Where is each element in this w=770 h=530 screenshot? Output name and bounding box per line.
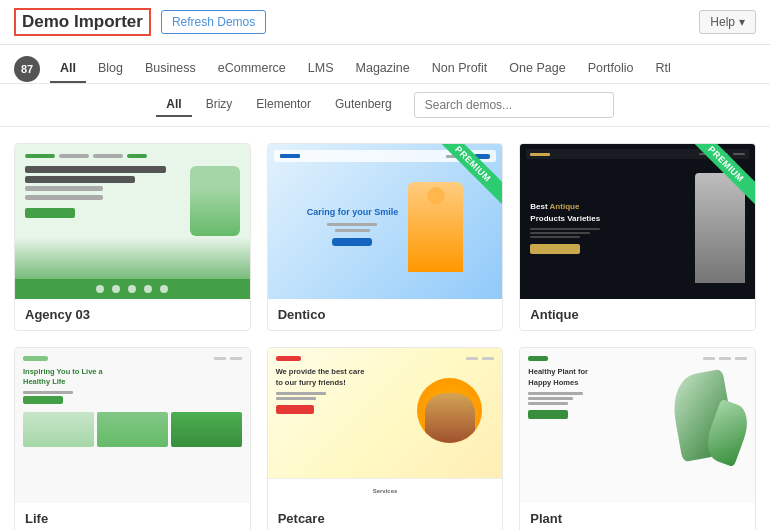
cat-tab-lms[interactable]: LMS bbox=[298, 55, 344, 83]
mock-figure bbox=[190, 166, 240, 236]
category-bar: 87 All Blog Business eCommerce LMS Magaz… bbox=[0, 45, 770, 84]
top-bar-left: Demo Importer Refresh Demos bbox=[14, 8, 266, 36]
logo bbox=[276, 356, 301, 361]
cat-tab-all[interactable]: All bbox=[50, 55, 86, 83]
help-button[interactable]: Help ▾ bbox=[699, 10, 756, 34]
mock-cta-dot bbox=[127, 154, 147, 158]
img-2 bbox=[97, 412, 168, 447]
image-grid bbox=[23, 412, 242, 447]
cat-tab-nonprofit[interactable]: Non Profit bbox=[422, 55, 498, 83]
life-headline: Inspiring You to Live aHealthy Life bbox=[23, 367, 143, 387]
demo-card-dentico[interactable]: Caring for your Smile PREMIUM Dentico bbox=[267, 143, 504, 331]
nav-link bbox=[719, 357, 731, 360]
pet-circle bbox=[417, 378, 482, 443]
hero-line bbox=[25, 186, 103, 191]
mock-nav-dot bbox=[59, 154, 89, 158]
footer-icon bbox=[128, 285, 136, 293]
sub-line bbox=[528, 392, 583, 395]
desc-line bbox=[530, 228, 600, 230]
mock-text bbox=[25, 166, 182, 218]
nav-link bbox=[482, 357, 494, 360]
cta-btn bbox=[528, 410, 568, 419]
hero-sub bbox=[327, 223, 377, 226]
mock-nav bbox=[25, 154, 240, 158]
cat-tab-onepage[interactable]: One Page bbox=[499, 55, 575, 83]
demo-thumbnail-plant: Healthy Plant forHappy Homes bbox=[520, 348, 755, 503]
img-1 bbox=[23, 412, 94, 447]
footer-icon bbox=[160, 285, 168, 293]
footer-icon bbox=[96, 285, 104, 293]
hero-headline: Caring for your Smile bbox=[307, 207, 399, 219]
cat-tab-business[interactable]: Business bbox=[135, 55, 206, 83]
hero-line bbox=[25, 166, 166, 173]
sub-line3 bbox=[528, 402, 568, 405]
demo-thumbnail-petcare: We provide the best careto our furry fri… bbox=[268, 348, 503, 503]
mock-nav-dot bbox=[93, 154, 123, 158]
nav-link bbox=[735, 357, 747, 360]
demo-label-petcare: Petcare bbox=[268, 503, 503, 530]
antique-text-area: Best AntiqueProducts Varieties bbox=[530, 201, 687, 253]
search-input[interactable] bbox=[414, 92, 614, 118]
app-title: Demo Importer bbox=[14, 8, 151, 36]
desc-line bbox=[530, 232, 590, 234]
sub-line2 bbox=[276, 397, 316, 400]
mock-logo bbox=[280, 154, 300, 158]
sub-line bbox=[23, 391, 73, 394]
sub-line bbox=[276, 392, 326, 395]
logo bbox=[528, 356, 548, 361]
nav-link bbox=[703, 357, 715, 360]
desc-line bbox=[530, 236, 580, 238]
cat-tab-ecommerce[interactable]: eCommerce bbox=[208, 55, 296, 83]
hero-line bbox=[25, 195, 103, 200]
sub-tab-all[interactable]: All bbox=[156, 93, 191, 117]
demo-card-petcare[interactable]: We provide the best careto our furry fri… bbox=[267, 347, 504, 530]
demo-label-plant: Plant bbox=[520, 503, 755, 530]
refresh-button[interactable]: Refresh Demos bbox=[161, 10, 266, 34]
mock-cta-btn bbox=[25, 208, 75, 218]
sub-tab-brizy[interactable]: Brizy bbox=[196, 93, 243, 117]
services-bar: Services bbox=[268, 478, 503, 503]
demo-thumbnail-life: Inspiring You to Live aHealthy Life bbox=[15, 348, 250, 503]
demo-card-agency03[interactable]: Agency 03 bbox=[14, 143, 251, 331]
demo-label-life: Life bbox=[15, 503, 250, 530]
person-illustration bbox=[408, 182, 463, 272]
pet-headline: We provide the best careto our furry fri… bbox=[276, 367, 386, 388]
help-label: Help bbox=[710, 15, 735, 29]
cta-btn bbox=[530, 244, 580, 254]
mock-bottom-bar bbox=[15, 279, 250, 299]
demo-card-antique[interactable]: Best AntiqueProducts Varieties PREMIUM A… bbox=[519, 143, 756, 331]
demo-label-dentico: Dentico bbox=[268, 299, 503, 330]
logo bbox=[530, 153, 550, 156]
nav-link bbox=[214, 357, 226, 360]
demo-thumbnail-agency03 bbox=[15, 144, 250, 299]
plant-headline: Healthy Plant forHappy Homes bbox=[528, 367, 638, 388]
demo-thumbnail-antique: Best AntiqueProducts Varieties PREMIUM bbox=[520, 144, 755, 299]
sub-tab-elementor[interactable]: Elementor bbox=[246, 93, 321, 117]
footer-icon bbox=[144, 285, 152, 293]
dog-shape bbox=[425, 393, 475, 443]
demo-thumbnail-dentico: Caring for your Smile PREMIUM bbox=[268, 144, 503, 299]
cat-tab-portfolio[interactable]: Portfolio bbox=[578, 55, 644, 83]
cta-btn bbox=[276, 405, 314, 414]
hero-text-area: Caring for your Smile bbox=[307, 207, 399, 246]
mock-logo-dot bbox=[25, 154, 55, 158]
cat-tab-magazine[interactable]: Magazine bbox=[346, 55, 420, 83]
headline: Best AntiqueProducts Varieties bbox=[530, 201, 687, 223]
hero-btn bbox=[332, 238, 372, 246]
mock-hero bbox=[25, 166, 240, 236]
demo-card-plant[interactable]: Healthy Plant forHappy Homes Plant bbox=[519, 347, 756, 530]
mock-nav-life bbox=[23, 356, 242, 361]
sub-tab-gutenberg[interactable]: Gutenberg bbox=[325, 93, 402, 117]
cat-tab-rtl[interactable]: Rtl bbox=[645, 55, 680, 83]
demo-grid: Agency 03 Caring for your Smile bbox=[0, 127, 770, 530]
cta bbox=[23, 396, 63, 404]
demo-card-life[interactable]: Inspiring You to Live aHealthy Life Life bbox=[14, 347, 251, 530]
demo-label-antique: Antique bbox=[520, 299, 755, 330]
hero-sub2 bbox=[335, 229, 370, 232]
nav-link bbox=[230, 357, 242, 360]
statue-illustration bbox=[695, 173, 745, 283]
cat-tab-blog[interactable]: Blog bbox=[88, 55, 133, 83]
services-label: Services bbox=[373, 488, 398, 494]
demo-label-agency03: Agency 03 bbox=[15, 299, 250, 330]
nav-link bbox=[466, 357, 478, 360]
